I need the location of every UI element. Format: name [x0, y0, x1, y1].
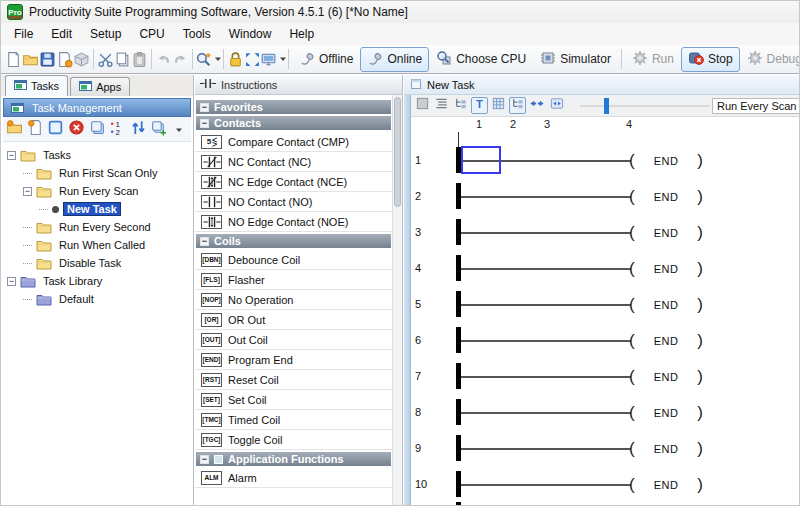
tab-tasks[interactable]: Tasks — [5, 75, 68, 96]
end-coil[interactable]: (END) — [629, 440, 703, 457]
instruction-or-out[interactable]: [OR]OR Out — [195, 310, 392, 330]
comment-view-icon[interactable] — [433, 97, 450, 114]
menu-edit[interactable]: Edit — [42, 25, 81, 43]
tree-expander-icon[interactable] — [7, 277, 16, 286]
paste-icon[interactable] — [131, 47, 148, 71]
end-coil[interactable]: (END) — [629, 260, 703, 277]
undo-icon[interactable] — [155, 47, 172, 71]
rung-number[interactable]: 1 — [415, 154, 421, 166]
tree-expander-icon[interactable] — [23, 187, 32, 196]
tree-item-task-library[interactable]: Task Library — [5, 272, 193, 290]
redo-icon[interactable] — [172, 47, 189, 71]
end-coil[interactable]: (END) — [629, 404, 703, 421]
rung-number[interactable]: 2 — [415, 190, 421, 202]
menu-help[interactable]: Help — [280, 25, 323, 43]
rung-wire[interactable] — [461, 232, 631, 234]
rung-wire[interactable] — [461, 448, 631, 450]
rung-wire[interactable] — [461, 412, 631, 414]
monitor-icon[interactable] — [261, 47, 285, 71]
rung-number[interactable]: 10 — [415, 478, 427, 490]
new-task-group-icon[interactable] — [6, 120, 24, 139]
section-application-functions[interactable]: Application Functions — [196, 452, 391, 466]
tree-item-tasks[interactable]: Tasks — [5, 146, 193, 164]
rung-wire[interactable] — [461, 196, 631, 198]
instruction-toggle-coil[interactable]: [TGC]Toggle Coil — [195, 430, 392, 450]
instruction-no-edge-contact-noe[interactable]: NO Edge Contact (NOE) — [195, 212, 392, 232]
task-order-icon[interactable]: 12 — [109, 120, 127, 139]
move-task-icon[interactable] — [129, 120, 147, 139]
scrollbar-thumb[interactable] — [394, 97, 401, 207]
section-coils[interactable]: Coils — [196, 234, 391, 248]
tree-item-default[interactable]: Default — [5, 290, 193, 308]
new-file-icon[interactable] — [5, 47, 22, 71]
menu-file[interactable]: File — [5, 25, 42, 43]
choose-cpu-button[interactable]: Choose CPU — [429, 47, 533, 72]
instruction-nc-contact-nc[interactable]: NC Contact (NC) — [195, 152, 392, 172]
instruction-nc-edge-contact-nce[interactable]: NC Edge Contact (NCE) — [195, 172, 392, 192]
menu-cpu[interactable]: CPU — [130, 25, 173, 43]
instruction-debounce-coil[interactable]: [DBN]Debounce Coil — [195, 250, 392, 270]
instructions-scrollbar[interactable] — [392, 95, 402, 505]
end-coil[interactable]: (END) — [629, 152, 703, 169]
tree-item-run-first-scan-only[interactable]: Run First Scan Only — [5, 164, 193, 182]
section-contacts[interactable]: Contacts — [196, 116, 391, 130]
tree-item-new-task[interactable]: New Task — [5, 200, 193, 218]
zoom-slider-handle[interactable] — [604, 98, 609, 114]
rung-number[interactable]: 9 — [415, 442, 421, 454]
instruction-out-coil[interactable]: [OUT]Out Coil — [195, 330, 392, 350]
rung-number[interactable]: 5 — [415, 298, 421, 310]
rung-wire[interactable] — [461, 340, 631, 342]
tree-item-run-every-second[interactable]: Run Every Second — [5, 218, 193, 236]
end-coil[interactable]: (END) — [629, 296, 703, 313]
fit-width-icon[interactable] — [548, 97, 566, 114]
rung-number[interactable]: 6 — [415, 334, 421, 346]
rung-wire[interactable] — [461, 268, 631, 270]
more-options-icon[interactable] — [171, 120, 189, 139]
project-package-icon[interactable] — [73, 47, 90, 71]
tag-text-view-icon[interactable]: T — [471, 97, 488, 114]
tree-item-run-every-scan[interactable]: Run Every Scan — [5, 182, 193, 200]
rung-wire[interactable] — [461, 304, 631, 306]
lock-icon[interactable] — [227, 47, 244, 71]
cut-icon[interactable] — [97, 47, 114, 71]
rung-number[interactable]: 8 — [415, 406, 421, 418]
ladder-selection-cursor[interactable] — [461, 146, 501, 174]
debug-button[interactable]: Debug — [740, 47, 800, 72]
offline-button[interactable]: Offline — [292, 47, 360, 72]
new-task-icon[interactable] — [27, 120, 45, 139]
ladder-canvas[interactable]: 1(END)2(END)3(END)4(END)5(END)6(END)7(EN… — [411, 132, 799, 505]
menu-tools[interactable]: Tools — [174, 25, 220, 43]
end-coil[interactable]: (END) — [629, 332, 703, 349]
fullscreen-icon[interactable] — [244, 47, 261, 71]
instruction-program-end[interactable]: [END]Program End — [195, 350, 392, 370]
instruction-flasher[interactable]: [FLS]Flasher — [195, 270, 392, 290]
compare-arrows-icon[interactable] — [528, 97, 546, 114]
end-coil[interactable]: (END) — [629, 476, 703, 493]
structure-view-icon[interactable] — [509, 97, 526, 114]
simulator-button[interactable]: Simulator — [533, 47, 618, 72]
end-coil[interactable]: (END) — [629, 188, 703, 205]
zoom-slider[interactable] — [580, 98, 710, 114]
copy-icon[interactable] — [114, 47, 131, 71]
instruction-alarm[interactable]: ALMAlarm — [195, 468, 392, 488]
tree-item-disable-task[interactable]: Disable Task — [5, 254, 193, 272]
tree-expander-icon[interactable] — [7, 151, 16, 160]
instruction-set-coil[interactable]: [SET]Set Coil — [195, 390, 392, 410]
instruction-no-contact-no[interactable]: NO Contact (NO) — [195, 192, 392, 212]
save-icon[interactable] — [39, 47, 56, 71]
select-mode-icon[interactable] — [414, 97, 431, 114]
menu-window[interactable]: Window — [220, 25, 281, 43]
online-button[interactable]: Online — [360, 47, 429, 72]
tree-item-run-when-called[interactable]: Run When Called — [5, 236, 193, 254]
new-window-icon[interactable] — [47, 120, 65, 139]
grid-view-icon[interactable] — [490, 97, 507, 114]
rung-wire[interactable] — [461, 376, 631, 378]
save-as-icon[interactable] — [56, 47, 73, 71]
end-coil[interactable]: (END) — [629, 224, 703, 241]
duplicate-task-icon[interactable] — [150, 120, 168, 139]
end-coil[interactable]: (END) — [629, 368, 703, 385]
instruction-reset-coil[interactable]: [RST]Reset Coil — [195, 370, 392, 390]
tab-apps[interactable]: Apps — [70, 77, 130, 96]
open-icon[interactable] — [22, 47, 39, 71]
section-favorites[interactable]: Favorites — [196, 100, 391, 114]
